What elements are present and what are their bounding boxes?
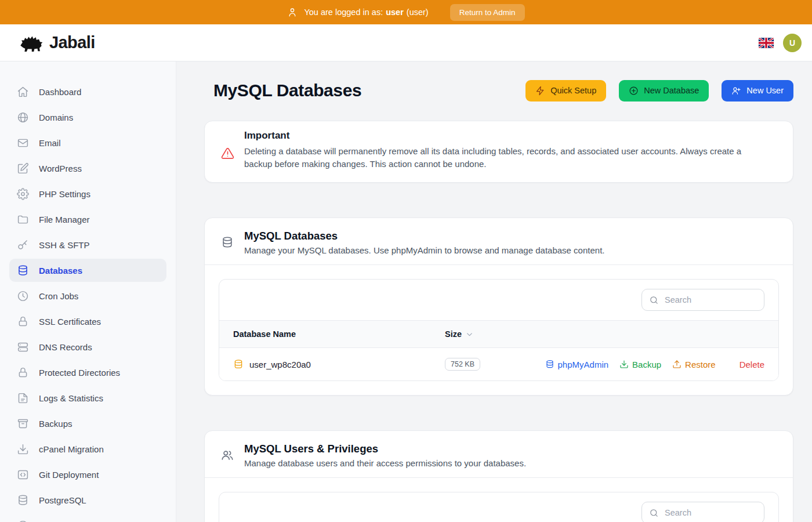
action-label: Backup xyxy=(632,360,661,369)
button-label: Quick Setup xyxy=(550,86,596,95)
sidebar-item-label: WordPress xyxy=(39,164,82,173)
sidebar-item-cpanel-migration[interactable]: cPanel Migration xyxy=(9,437,166,461)
sidebar-item-label: File Manager xyxy=(39,215,90,224)
sidebar-item-ssh-sftp[interactable]: SSH & SFTP xyxy=(9,233,166,256)
upload-icon xyxy=(672,360,682,369)
database-icon xyxy=(17,494,29,506)
page-actions: Quick Setup New Database New User xyxy=(525,80,793,102)
search-icon xyxy=(649,295,659,305)
circle-icon xyxy=(17,520,29,522)
sidebar-item-label: Domains xyxy=(39,113,73,122)
database-search[interactable] xyxy=(641,289,764,311)
uk-flag-icon[interactable] xyxy=(759,38,774,48)
logged-in-username: user xyxy=(386,8,404,17)
brand-name: Jabali xyxy=(49,33,95,52)
sidebar-item-wordpress[interactable]: WordPress xyxy=(9,157,166,180)
new-database-button[interactable]: New Database xyxy=(619,80,709,102)
sidebar-item-label: Databases xyxy=(39,266,82,276)
sidebar-item-cron-jobs[interactable]: Cron Jobs xyxy=(9,284,166,307)
databases-card-head: MySQL Databases Manage your MySQL databa… xyxy=(205,218,793,265)
action-label: Delete xyxy=(740,360,764,369)
restore-link[interactable]: Restore xyxy=(672,360,716,369)
sidebar-item-dns-records[interactable]: DNS Records xyxy=(9,335,166,358)
mail-icon xyxy=(17,137,29,149)
action-label: Restore xyxy=(685,360,716,369)
sidebar-item-label: SSL Certificates xyxy=(39,317,101,327)
important-body: Deleting a database will permanently rem… xyxy=(244,145,767,171)
sidebar-item-protected-directories[interactable]: Protected Directories xyxy=(9,361,166,384)
important-notice-card: Important Deleting a database will perma… xyxy=(204,121,793,183)
page-title: MySQL Databases xyxy=(213,81,361,100)
size-badge: 752 KB xyxy=(445,358,480,371)
return-to-admin-button[interactable]: Return to Admin xyxy=(450,4,525,21)
databases-table-header: Database Name Size xyxy=(219,320,778,348)
sidebar-item-label: PostgreSQL xyxy=(39,495,86,505)
app-header: Jabali U xyxy=(0,24,812,61)
sidebar-item-item[interactable] xyxy=(9,514,166,522)
action-label: phpMyAdmin xyxy=(558,360,609,369)
backup-link[interactable]: Backup xyxy=(619,360,661,369)
sidebar-item-postgresql[interactable]: PostgreSQL xyxy=(9,488,166,512)
sidebar-item-file-manager[interactable]: File Manager xyxy=(9,208,166,231)
lock-icon xyxy=(17,367,29,379)
search-icon xyxy=(649,508,659,518)
button-label: New User xyxy=(746,86,784,95)
button-label: New Database xyxy=(644,86,699,95)
sidebar-item-databases[interactable]: Databases xyxy=(9,259,166,282)
sidebar-item-domains[interactable]: Domains xyxy=(9,106,166,129)
database-name: user_wp8c20a0 xyxy=(249,360,311,369)
column-size-sort[interactable]: Size xyxy=(445,321,764,347)
clock-icon xyxy=(17,290,29,302)
trash-icon xyxy=(727,360,736,369)
sidebar-item-logs-statistics[interactable]: Logs & Statistics xyxy=(9,386,166,409)
globe-icon xyxy=(17,111,29,124)
users-section-title: MySQL Users & Privileges xyxy=(244,443,526,455)
new-user-button[interactable]: New User xyxy=(722,80,793,102)
column-database-name: Database Name xyxy=(233,321,445,347)
page-head: MySQL Databases Quick Setup New Database… xyxy=(204,77,793,104)
sidebar-item-git-deployment[interactable]: Git Deployment xyxy=(9,463,166,486)
phpmyadmin-link[interactable]: phpMyAdmin xyxy=(545,360,609,369)
header-right: U xyxy=(759,34,802,52)
database-icon xyxy=(545,360,554,369)
user-plus-icon xyxy=(731,86,741,96)
sidebar-item-ssl-certificates[interactable]: SSL Certificates xyxy=(9,310,166,333)
users-icon xyxy=(221,449,234,462)
database-search-input[interactable] xyxy=(664,295,757,305)
sidebar-item-backups[interactable]: Backups xyxy=(9,412,166,435)
sidebar-item-dashboard[interactable]: Dashboard xyxy=(9,80,166,103)
user-search[interactable] xyxy=(641,502,764,522)
database-icon xyxy=(17,264,29,277)
databases-section-description: Manage your MySQL databases. Use phpMyAd… xyxy=(244,245,604,255)
folder-icon xyxy=(17,213,29,226)
sidebar-item-label: Protected Directories xyxy=(39,368,120,378)
sidebar-item-label: cPanel Migration xyxy=(39,444,104,454)
user-search-input[interactable] xyxy=(664,507,757,518)
boar-logo-icon xyxy=(17,32,44,54)
plus-circle-icon xyxy=(629,86,639,96)
sidebar-item-label: Dashboard xyxy=(39,87,81,97)
sidebar-item-email[interactable]: Email xyxy=(9,131,166,154)
main-content: MySQL Databases Quick Setup New Database… xyxy=(176,61,812,522)
sidebar-item-label: DNS Records xyxy=(39,342,92,352)
brand-logo[interactable]: Jabali xyxy=(17,32,95,54)
delete-link[interactable]: Delete xyxy=(727,360,764,369)
admin-impersonation-bar: You are logged in as: user (user) Return… xyxy=(0,0,812,24)
code-icon xyxy=(17,469,29,481)
database-icon xyxy=(221,236,234,249)
edit-icon xyxy=(17,162,29,175)
logged-in-role: (user) xyxy=(407,8,429,17)
database-table-row: user_wp8c20a0 752 KB phpMyAdmin Backup R… xyxy=(219,348,778,380)
sidebar-item-label: Cron Jobs xyxy=(39,291,78,301)
important-text: Important Deleting a database will perma… xyxy=(244,130,767,171)
person-icon xyxy=(287,7,298,17)
databases-section-title: MySQL Databases xyxy=(244,230,604,242)
warning-triangle-icon xyxy=(221,147,234,160)
logged-in-prefix: You are logged in as: xyxy=(304,8,383,17)
sidebar-item-php-settings[interactable]: PHP Settings xyxy=(9,182,166,205)
sidebar-item-label: Email xyxy=(39,138,61,148)
download-icon xyxy=(17,443,29,455)
sidebar-item-label: Git Deployment xyxy=(39,470,99,480)
quick-setup-button[interactable]: Quick Setup xyxy=(525,80,606,102)
user-avatar[interactable]: U xyxy=(783,34,802,52)
